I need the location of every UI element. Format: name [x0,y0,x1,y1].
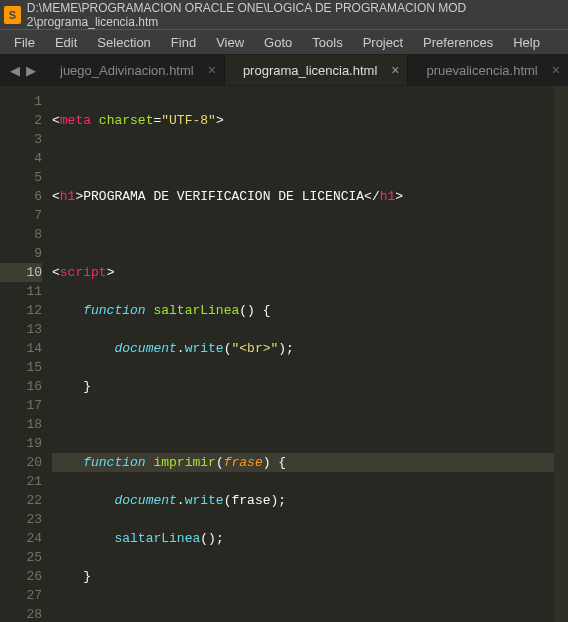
tab-programa[interactable]: programa_licencia.html × [225,55,409,85]
menu-bar: File Edit Selection Find View Goto Tools… [0,30,568,54]
close-icon[interactable]: × [391,62,399,78]
title-bar: S D:\MEME\PROGRAMACION ORACLE ONE\LOGICA… [0,0,568,30]
menu-project[interactable]: Project [353,33,413,52]
tab-label: programa_licencia.html [243,63,377,78]
tab-label: juego_Adivinacion.html [60,63,194,78]
menu-goto[interactable]: Goto [254,33,302,52]
tab-juego[interactable]: juego_Adivinacion.html × [42,55,225,85]
editor[interactable]: 1234567891011121314151617181920212223242… [0,86,568,622]
menu-edit[interactable]: Edit [45,33,87,52]
nav-arrows: ◀ ▶ [4,63,42,78]
code-area[interactable]: <meta charset="UTF-8"> <h1>PROGRAMA DE V… [52,86,568,622]
tab-bar: ◀ ▶ juego_Adivinacion.html × programa_li… [0,54,568,86]
menu-selection[interactable]: Selection [87,33,160,52]
minimap[interactable] [554,86,568,622]
app-icon: S [4,6,21,24]
menu-find[interactable]: Find [161,33,206,52]
nav-right-icon[interactable]: ▶ [26,63,36,78]
menu-help[interactable]: Help [503,33,550,52]
tab-prueva[interactable]: pruevalicencia.html × [408,55,568,85]
menu-view[interactable]: View [206,33,254,52]
title-path: D:\MEME\PROGRAMACION ORACLE ONE\LOGICA D… [27,1,564,29]
menu-tools[interactable]: Tools [302,33,352,52]
close-icon[interactable]: × [552,62,560,78]
close-icon[interactable]: × [208,62,216,78]
menu-file[interactable]: File [4,33,45,52]
gutter: 1234567891011121314151617181920212223242… [0,86,52,622]
tab-label: pruevalicencia.html [426,63,537,78]
menu-preferences[interactable]: Preferences [413,33,503,52]
nav-left-icon[interactable]: ◀ [10,63,20,78]
